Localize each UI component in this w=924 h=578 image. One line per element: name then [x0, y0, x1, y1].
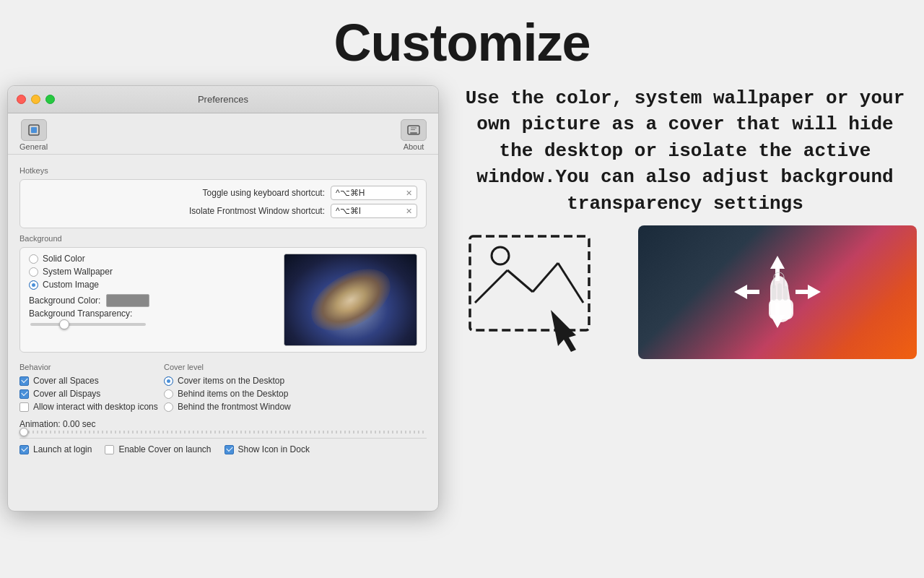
- background-preview: [284, 254, 417, 346]
- toggle-hotkey-label: Toggle using keyboard shortcut:: [29, 188, 325, 198]
- gesture-svg: [712, 234, 842, 350]
- toggle-hotkey-row: Toggle using keyboard shortcut: ^⌥⌘H ✕: [29, 186, 417, 200]
- svg-line-10: [558, 263, 583, 303]
- solid-color-label: Solid Color: [43, 254, 85, 264]
- galaxy-background: [284, 254, 417, 345]
- maximize-button[interactable]: [45, 95, 55, 104]
- svg-rect-3: [410, 132, 417, 134]
- cover-items-radio[interactable]: [164, 376, 173, 386]
- background-content: Solid Color System Wallpaper Custom Imag…: [29, 254, 417, 346]
- hotkeys-section: Toggle using keyboard shortcut: ^⌥⌘H ✕ I…: [19, 179, 427, 228]
- cover-level-section-label: Cover level: [164, 363, 427, 371]
- animation-label: Animation: 0.00 sec: [19, 419, 95, 429]
- show-icon-row[interactable]: Show Icon in Dock: [225, 444, 310, 454]
- right-panel: Use the color, system wallpaper or your …: [453, 85, 917, 359]
- animation-row: Animation: 0.00 sec: [19, 419, 427, 429]
- image-icon-svg: [464, 230, 616, 353]
- bg-transparency-label: Background Transparency:: [29, 309, 132, 319]
- cover-items-label: Cover items on the Desktop: [178, 376, 284, 386]
- general-toolbar-button[interactable]: General: [19, 119, 48, 151]
- svg-point-11: [492, 247, 509, 264]
- toggle-hotkey-value: ^⌥⌘H: [336, 188, 365, 198]
- traffic-lights: [17, 95, 55, 104]
- general-icon: [21, 119, 47, 141]
- allow-interact-checkbox[interactable]: [19, 402, 29, 412]
- isolate-hotkey-clear[interactable]: ✕: [406, 207, 412, 216]
- svg-line-9: [533, 263, 558, 292]
- custom-image-radio[interactable]: [29, 280, 38, 290]
- image-illustration: [453, 225, 627, 359]
- custom-image-label: Custom Image: [43, 280, 99, 290]
- enable-cover-label: Enable Cover on launch: [118, 444, 211, 454]
- galaxy-spiral: [300, 256, 401, 344]
- isolate-hotkey-input[interactable]: ^⌥⌘I ✕: [331, 204, 417, 218]
- cover-all-displays-checkbox[interactable]: [19, 389, 29, 399]
- transparency-slider[interactable]: [30, 323, 146, 326]
- close-button[interactable]: [17, 95, 26, 104]
- system-wallpaper-option[interactable]: System Wallpaper: [29, 267, 274, 277]
- description-text: Use the color, system wallpaper or your …: [453, 85, 917, 217]
- show-icon-label: Show Icon in Dock: [238, 444, 310, 454]
- hotkeys-section-label: Hotkeys: [19, 166, 427, 175]
- cover-items-option[interactable]: Cover items on the Desktop: [164, 376, 427, 386]
- solid-color-radio[interactable]: [29, 254, 38, 264]
- launch-at-login-checkbox[interactable]: [19, 445, 29, 454]
- allow-interact-label: Allow interact with desktop icons: [33, 402, 158, 412]
- solid-color-option[interactable]: Solid Color: [29, 254, 274, 264]
- behind-items-option[interactable]: Behind items on the Desktop: [164, 389, 427, 399]
- animation-slider[interactable]: [19, 431, 427, 434]
- system-wallpaper-radio[interactable]: [29, 267, 38, 277]
- behavior-cover-row: Behavior Cover all Spaces Cover all Disp…: [19, 358, 427, 415]
- allow-interact-row[interactable]: Allow interact with desktop icons: [19, 402, 164, 412]
- cover-all-spaces-row[interactable]: Cover all Spaces: [19, 376, 164, 386]
- enable-cover-checkbox[interactable]: [105, 445, 114, 454]
- isolate-hotkey-value: ^⌥⌘I: [336, 206, 361, 216]
- svg-rect-13: [772, 285, 776, 301]
- background-section: Solid Color System Wallpaper Custom Imag…: [19, 247, 427, 353]
- custom-image-option[interactable]: Custom Image: [29, 280, 274, 290]
- background-section-label: Background: [19, 234, 427, 243]
- preview-image: [284, 254, 417, 346]
- minimize-button[interactable]: [31, 95, 40, 104]
- toggle-hotkey-input[interactable]: ^⌥⌘H ✕: [331, 186, 417, 200]
- behind-items-radio[interactable]: [164, 389, 173, 399]
- illustration-row: [453, 225, 917, 359]
- cover-all-displays-label: Cover all Dispays: [33, 389, 100, 399]
- bg-color-swatch[interactable]: [106, 294, 149, 307]
- svg-rect-14: [777, 283, 782, 301]
- cover-all-displays-row[interactable]: Cover all Dispays: [19, 389, 164, 399]
- isolate-hotkey-row: Isolate Frontmost Window shortcut: ^⌥⌘I …: [29, 204, 417, 218]
- behind-frontmost-radio[interactable]: [164, 402, 173, 412]
- cover-all-spaces-label: Cover all Spaces: [33, 376, 99, 386]
- show-icon-checkbox[interactable]: [225, 445, 234, 454]
- behavior-section-label: Behavior: [19, 363, 164, 371]
- enable-cover-row[interactable]: Enable Cover on launch: [105, 444, 211, 454]
- behind-items-label: Behind items on the Desktop: [178, 389, 288, 399]
- animation-thumb: [19, 428, 28, 436]
- bg-color-row: Background Color:: [29, 294, 274, 307]
- about-toolbar-button[interactable]: About: [401, 119, 427, 151]
- gesture-illustration: [638, 225, 917, 359]
- cover-level-column: Cover level Cover items on the Desktop B…: [164, 358, 427, 415]
- toggle-hotkey-clear[interactable]: ✕: [406, 189, 412, 198]
- cover-all-spaces-checkbox[interactable]: [19, 376, 29, 386]
- launch-at-login-label: Launch at login: [33, 444, 92, 454]
- toolbar: General About: [8, 113, 438, 155]
- system-wallpaper-label: System Wallpaper: [43, 267, 113, 277]
- launch-at-login-row[interactable]: Launch at login: [19, 444, 92, 454]
- svg-rect-12: [769, 299, 793, 319]
- isolate-hotkey-label: Isolate Frontmost Window shortcut:: [29, 206, 325, 216]
- preferences-content: Hotkeys Toggle using keyboard shortcut: …: [8, 155, 438, 469]
- bg-transparency-row: Background Transparency:: [29, 309, 274, 319]
- preferences-window: Preferences General: [7, 85, 439, 512]
- background-left: Solid Color System Wallpaper Custom Imag…: [29, 254, 274, 326]
- svg-line-8: [507, 270, 533, 292]
- behind-frontmost-option[interactable]: Behind the frontmost Window: [164, 402, 427, 412]
- svg-rect-15: [783, 286, 788, 301]
- svg-line-7: [475, 270, 507, 303]
- about-icon: [401, 119, 427, 141]
- svg-rect-1: [31, 127, 37, 133]
- page-title: Customize: [334, 13, 590, 72]
- behind-frontmost-label: Behind the frontmost Window: [178, 402, 291, 412]
- titlebar: Preferences: [8, 86, 438, 113]
